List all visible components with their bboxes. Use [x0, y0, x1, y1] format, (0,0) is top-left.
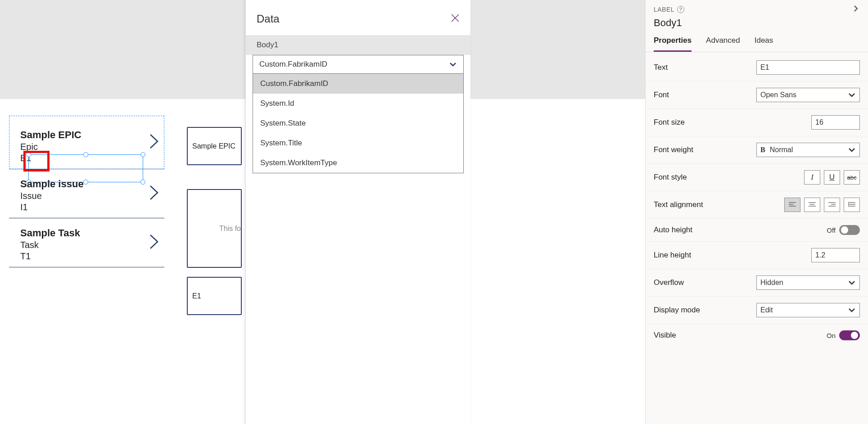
- element-name: Body1: [646, 14, 868, 32]
- item-code: I1: [20, 202, 164, 212]
- prop-label-font: Font: [654, 90, 756, 99]
- chevron-down-icon: [449, 60, 457, 68]
- prop-label-textalign: Text alignment: [654, 200, 756, 209]
- data-panel-title: Data: [257, 13, 280, 25]
- gallery-item-issue[interactable]: Sample issue Issue I1: [9, 169, 164, 218]
- prop-label-fontsize: Font size: [654, 118, 756, 127]
- prop-label-autoheight: Auto height: [654, 226, 756, 235]
- align-right-button[interactable]: [824, 198, 840, 212]
- gallery-item-epic[interactable]: Sample EPIC Epic E1: [9, 116, 164, 169]
- overflow-select[interactable]: Hidden: [756, 275, 860, 290]
- dropdown-option[interactable]: System.Title: [253, 133, 463, 153]
- chevron-down-icon: [848, 279, 856, 287]
- dropdown-option[interactable]: Custom.FabrikamID: [253, 74, 463, 94]
- overflow-value: Hidden: [760, 279, 783, 287]
- prop-label-fontstyle: Font style: [654, 173, 756, 182]
- item-code-body1[interactable]: E1: [20, 153, 164, 163]
- italic-button[interactable]: I: [804, 170, 820, 185]
- item-type: Epic: [20, 142, 164, 152]
- chevron-right-icon[interactable]: [148, 233, 160, 253]
- preview-text: E1: [192, 292, 201, 300]
- strikethrough-button[interactable]: abc: [844, 170, 860, 185]
- chevron-down-icon: [848, 91, 856, 99]
- displaymode-value: Edit: [760, 306, 773, 314]
- font-value: Open Sans: [760, 91, 796, 99]
- preview-card-title[interactable]: Sample EPIC: [187, 127, 242, 165]
- preview-placeholder-card[interactable]: This fo: [187, 189, 242, 268]
- data-section-label: Body1: [246, 35, 470, 55]
- item-title: Sample issue: [20, 178, 164, 190]
- prop-label-text: Text: [654, 63, 756, 72]
- align-left-button[interactable]: [784, 198, 800, 212]
- chevron-down-icon: [848, 146, 856, 154]
- autoheight-toggle[interactable]: [839, 225, 860, 235]
- align-center-button[interactable]: [804, 198, 820, 212]
- prop-label-lineheight: Line height: [654, 251, 756, 260]
- item-title: Sample EPIC: [20, 129, 164, 141]
- chevron-right-icon[interactable]: [852, 5, 860, 14]
- underline-button[interactable]: U: [824, 170, 840, 185]
- prop-label-visible: Visible: [654, 331, 756, 340]
- prop-label-displaymode: Display mode: [654, 306, 756, 315]
- help-icon[interactable]: ?: [677, 6, 684, 13]
- dropdown-option[interactable]: System.WorkItemType: [253, 153, 463, 173]
- visible-value: On: [827, 332, 836, 339]
- fontsize-input[interactable]: [811, 115, 860, 130]
- displaymode-select[interactable]: Edit: [756, 303, 860, 317]
- data-field-combo[interactable]: Custom.FabrikamID Custom.FabrikamID Syst…: [253, 55, 464, 173]
- lineheight-input[interactable]: [811, 248, 860, 262]
- tab-properties[interactable]: Properties: [654, 32, 692, 52]
- data-dropdown: Custom.FabrikamID System.Id System.State…: [253, 73, 464, 173]
- prop-label-overflow: Overflow: [654, 278, 756, 287]
- visible-toggle[interactable]: [839, 330, 860, 340]
- fontweight-value: Normal: [770, 146, 793, 154]
- gallery-list: Sample EPIC Epic E1 Sample issue Issue I…: [9, 116, 164, 267]
- item-code: T1: [20, 251, 164, 262]
- item-type: Issue: [20, 191, 164, 201]
- chevron-down-icon: [848, 306, 856, 314]
- combo-selected-value: Custom.FabrikamID: [259, 60, 327, 69]
- dropdown-option[interactable]: System.Id: [253, 94, 463, 113]
- preview-card-code[interactable]: E1: [187, 277, 242, 315]
- props-tabs: Properties Advanced Ideas: [646, 32, 868, 52]
- control-type-label: LABEL: [654, 6, 674, 13]
- chevron-right-icon[interactable]: [148, 184, 160, 203]
- item-type: Task: [20, 240, 164, 250]
- tab-advanced[interactable]: Advanced: [706, 32, 740, 52]
- text-input[interactable]: [756, 60, 860, 75]
- preview-text: Sample EPIC: [192, 142, 235, 150]
- chevron-right-icon[interactable]: [148, 132, 160, 152]
- preview-placeholder-text: This fo: [219, 225, 241, 233]
- autoheight-value: Off: [827, 226, 836, 234]
- data-panel: Data Body1 Custom.FabrikamID Custom.Fabr…: [245, 0, 470, 424]
- item-title: Sample Task: [20, 227, 164, 239]
- tab-ideas[interactable]: Ideas: [755, 32, 773, 52]
- fontweight-select[interactable]: BNormal: [756, 143, 860, 157]
- properties-panel: LABEL ? Body1 Properties Advanced Ideas …: [645, 0, 868, 424]
- gallery-item-task[interactable]: Sample Task Task T1: [9, 218, 164, 267]
- font-select[interactable]: Open Sans: [756, 88, 860, 102]
- close-icon[interactable]: [451, 14, 460, 24]
- prop-label-fontweight: Font weight: [654, 145, 756, 154]
- align-justify-button[interactable]: [844, 198, 860, 212]
- dropdown-option[interactable]: System.State: [253, 113, 463, 133]
